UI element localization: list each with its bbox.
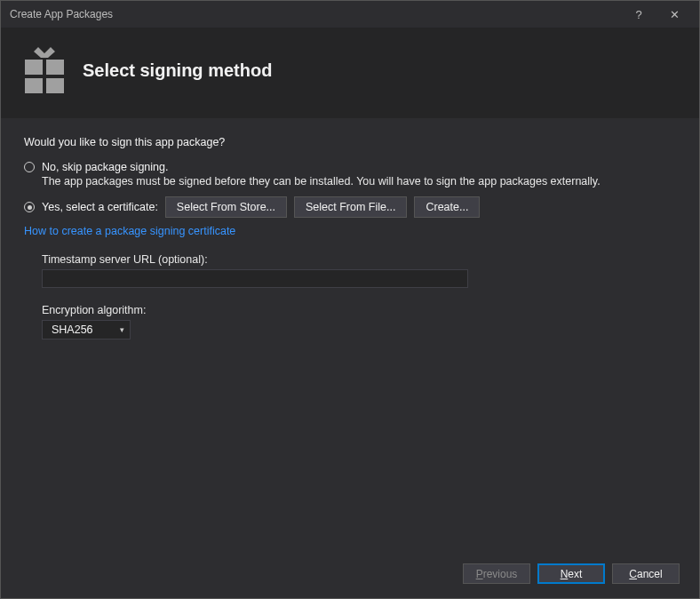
prompt-text: Would you like to sign this app package? xyxy=(24,136,676,148)
previous-button[interactable]: Previous xyxy=(463,563,530,584)
no-signing-explain: The app packages must be signed before t… xyxy=(42,175,676,188)
dialog-header: Select signing method xyxy=(1,28,699,118)
select-from-file-button[interactable]: Select From File... xyxy=(294,196,407,218)
window-title: Create App Packages xyxy=(10,8,621,20)
package-icon xyxy=(24,47,65,93)
svg-rect-2 xyxy=(46,60,64,75)
next-button[interactable]: Next xyxy=(537,563,605,584)
help-button[interactable]: ? xyxy=(621,1,656,28)
encryption-label: Encryption algorithm: xyxy=(42,304,676,316)
dialog-body: Would you like to sign this app package?… xyxy=(1,118,699,555)
encryption-combo[interactable]: SHA256 ▾ xyxy=(42,320,131,339)
create-button[interactable]: Create... xyxy=(414,196,480,218)
radio-yes-label: Yes, select a certificate: xyxy=(42,201,158,213)
radio-yes-certificate[interactable]: Yes, select a certificate: xyxy=(24,201,158,213)
timestamp-label: Timestamp server URL (optional): xyxy=(42,253,676,266)
radio-checked-icon xyxy=(24,202,35,212)
timestamp-input[interactable] xyxy=(42,269,468,288)
radio-unchecked-icon xyxy=(24,162,35,172)
radio-no-label: No, skip package signing. xyxy=(42,161,168,173)
help-link[interactable]: How to create a package signing certific… xyxy=(24,225,235,237)
svg-rect-4 xyxy=(46,78,64,93)
close-button[interactable]: ✕ xyxy=(656,1,692,28)
svg-rect-1 xyxy=(25,60,43,75)
titlebar: Create App Packages ? ✕ xyxy=(1,1,699,28)
svg-rect-3 xyxy=(25,78,43,93)
select-from-store-button[interactable]: Select From Store... xyxy=(165,196,287,218)
dialog-footer: Previous Next Cancel xyxy=(1,555,699,598)
cancel-button[interactable]: Cancel xyxy=(612,563,680,584)
encryption-value: SHA256 xyxy=(52,323,93,336)
svg-marker-0 xyxy=(34,47,55,58)
dialog-title: Select signing method xyxy=(83,60,272,81)
radio-no-signing[interactable]: No, skip package signing. xyxy=(24,161,676,173)
chevron-down-icon: ▾ xyxy=(120,325,124,334)
